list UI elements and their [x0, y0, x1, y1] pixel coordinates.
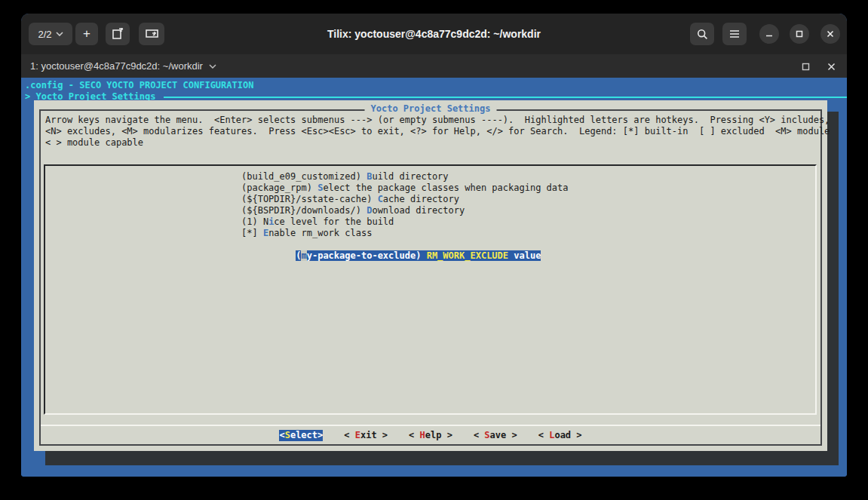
select-button[interactable]: <Select> [279, 430, 323, 441]
session-bar: 1: yoctouser@4c8a77c9dc2d: ~/workdir [21, 54, 847, 78]
button-text: elect> [290, 430, 323, 440]
menu-item-nice-level[interactable]: (1) Nice level for the build [45, 216, 815, 228]
item-value: (${TOPDIR}/sstate-cache) [241, 194, 378, 204]
button-text: < [409, 430, 419, 440]
split-right-icon [112, 28, 124, 40]
item-value: y-package-to-exclude) [307, 250, 427, 261]
search-icon [697, 29, 708, 40]
item-label: nable rm_work class [268, 228, 372, 238]
minimize-button[interactable] [759, 24, 779, 44]
menu-item-build-directory[interactable]: (build_e09_customized) Build directory [45, 171, 815, 183]
session-title-dropdown[interactable]: 1: yoctouser@4c8a77c9dc2d: ~/workdir [30, 54, 216, 78]
exit-button[interactable]: < Exit > [344, 430, 388, 441]
item-value: (package_rpm) [241, 183, 317, 193]
dialog-help-line3: < > module capable [45, 137, 143, 149]
minimize-icon [765, 29, 774, 38]
item-hotkey: C [378, 194, 383, 204]
button-hotkey: H [420, 430, 425, 440]
menu-item-enable-rm-work[interactable]: [*] Enable rm_work class [45, 228, 815, 239]
plus-icon: + [83, 26, 90, 41]
menuconfig-config-title: .config - SECO YOCTO PROJECT CONFIGURATI… [25, 80, 847, 91]
button-text: xit > [360, 430, 388, 440]
item-value: (build_e09_customized) [241, 171, 367, 182]
item-value: [*] [241, 228, 263, 238]
button-text: oad > [554, 430, 581, 440]
help-button[interactable]: < Help > [409, 430, 452, 441]
dialog-help-line2: <N> excludes, <M> modularizes features. … [45, 126, 830, 137]
header-rule [164, 97, 847, 98]
item-value: (1) N [241, 216, 268, 227]
button-text: < [279, 430, 284, 440]
maximize-icon [802, 63, 810, 71]
close-button[interactable] [820, 24, 840, 44]
new-tab-button[interactable]: + [75, 23, 98, 45]
menu-item-download-directory[interactable]: (${BSPDIR}/downloads/) Download director… [45, 205, 815, 216]
menu-item-rm-work-exclude-selected[interactable]: (my-package-to-exclude) RM_WORK_EXCLUDE … [45, 239, 815, 250]
item-keyword: RM_WORK_EXCLUDE [427, 250, 508, 261]
button-text: < [474, 430, 484, 440]
titlebar[interactable]: Tilix: yoctouser@4c8a77c9dc2d: ~/workdir… [21, 14, 847, 54]
tab-switcher-dropdown[interactable]: 2/2 [29, 23, 72, 45]
app-menu-button[interactable] [722, 23, 747, 45]
button-hotkey: S [484, 430, 489, 440]
button-text: < [538, 430, 549, 440]
button-separator [41, 425, 820, 426]
session-close-button[interactable] [825, 60, 837, 72]
close-icon [826, 29, 835, 38]
session-maximize-button[interactable] [799, 60, 811, 72]
chevron-down-icon [209, 64, 216, 69]
dialog-buttons: <Select> < Exit > < Help > < Save > < Lo… [34, 430, 827, 441]
button-hotkey: S [285, 430, 290, 440]
menu-list: (build_e09_customized) Build directory (… [44, 164, 817, 415]
item-label: value [508, 250, 541, 261]
split-terminal-right-button[interactable] [106, 23, 130, 45]
load-button[interactable]: < Load > [538, 430, 582, 441]
close-icon [827, 63, 836, 71]
dialog-help-line1: Arrow keys navigate the menu. <Enter> se… [45, 115, 830, 126]
button-hotkey: E [355, 430, 360, 440]
tilix-window: Tilix: yoctouser@4c8a77c9dc2d: ~/workdir… [21, 14, 847, 477]
item-label: ownload directory [372, 205, 465, 216]
item-label: uild directory [372, 171, 448, 182]
settings-dialog: Yocto Project Settings Arrow keys naviga… [34, 100, 827, 451]
maximize-button[interactable] [790, 24, 809, 44]
item-value: (${BSPDIR}/downloads/) [241, 205, 367, 216]
tab-indicator: 2/2 [38, 29, 51, 40]
split-down-icon [146, 29, 158, 39]
chevron-down-icon [56, 32, 63, 36]
selection-highlight: (my-package-to-exclude) RM_WORK_EXCLUDE … [296, 250, 541, 261]
search-button[interactable] [690, 23, 714, 45]
menu-item-cache-directory[interactable]: (${TOPDIR}/sstate-cache) Cache directory [45, 194, 815, 205]
item-label: ache directory [383, 194, 459, 204]
session-title: 1: yoctouser@4c8a77c9dc2d: ~/workdir [30, 60, 203, 72]
maximize-icon [795, 29, 804, 38]
save-button[interactable]: < Save > [474, 430, 517, 441]
dialog-title: Yocto Project Settings [365, 103, 497, 115]
terminal-screen[interactable]: .config - SECO YOCTO PROJECT CONFIGURATI… [21, 78, 847, 477]
menu-item-package-classes[interactable]: (package_rpm) Select the package classes… [45, 183, 815, 194]
item-label: ce level for the build [274, 216, 394, 227]
hamburger-menu-icon [729, 29, 740, 38]
button-text: elp > [425, 430, 452, 440]
item-label: elect the package classes when packaging… [323, 183, 568, 193]
button-text: ave > [490, 430, 517, 440]
button-text: < [344, 430, 354, 440]
split-terminal-down-button[interactable] [139, 23, 164, 45]
terminal-cursor: m [301, 250, 306, 261]
